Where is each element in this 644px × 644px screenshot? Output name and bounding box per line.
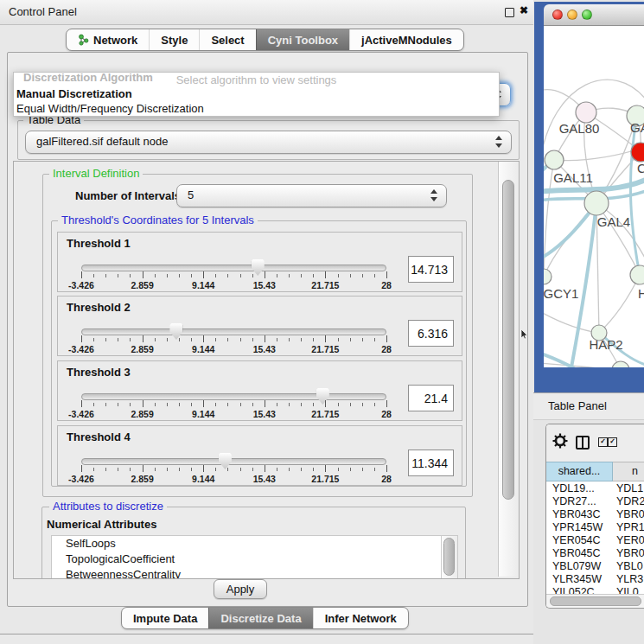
minimize-traffic-light[interactable] bbox=[567, 10, 577, 20]
table-data-group: Table Data galFiltered.sif default node bbox=[17, 120, 520, 160]
tick-mark bbox=[227, 468, 228, 471]
cell-name: YDR2 bbox=[616, 495, 644, 508]
table-row[interactable]: YBL079WYBL0 bbox=[546, 560, 644, 573]
tick-mark bbox=[130, 274, 131, 277]
popup-item-equal-width-frequency[interactable]: Equal Width/Frequency Discretization bbox=[14, 102, 499, 117]
tick-label: 9.144 bbox=[192, 474, 214, 484]
attribute-item[interactable]: TopologicalCoefficient bbox=[52, 552, 457, 567]
network-node-node-mid-right[interactable] bbox=[630, 265, 644, 284]
slider-track[interactable] bbox=[81, 328, 386, 335]
slider-track[interactable] bbox=[81, 458, 386, 465]
tick-mark bbox=[167, 274, 168, 277]
horizontal-scrollbar-track[interactable] bbox=[546, 594, 644, 607]
table-row[interactable]: YPR145WYPR1 bbox=[546, 521, 644, 534]
list-scrollbar-thumb[interactable] bbox=[443, 538, 455, 576]
select-none-checkbox-icon[interactable]: ✓ bbox=[608, 437, 617, 447]
threshold-value-field[interactable]: 6.316 bbox=[408, 320, 454, 347]
attribute-item[interactable]: BetweennessCentrality bbox=[52, 567, 457, 579]
tab-style[interactable]: Style bbox=[149, 29, 199, 50]
table-row[interactable]: YDL19...YDL1 bbox=[546, 482, 644, 495]
tab-cyni-toolbox[interactable]: Cyni Toolbox bbox=[256, 29, 349, 50]
close-traffic-light[interactable] bbox=[552, 10, 563, 20]
tick-mark bbox=[191, 338, 192, 341]
table-row[interactable]: YER054CYER0 bbox=[546, 534, 644, 547]
table-rows: YDL19...YDL1YDR27...YDR2YBR043CYBR0YPR14… bbox=[546, 482, 644, 594]
table-panel-title: Table Panel bbox=[548, 399, 607, 412]
network-node-node-bottom[interactable] bbox=[612, 361, 629, 367]
cell-shared-name: YPR145W bbox=[552, 521, 603, 534]
table-data-combobox[interactable]: galFiltered.sif default node bbox=[25, 131, 512, 154]
network-canvas[interactable]: GAL80GALCGAL11GAL4GCY1HHAP2 bbox=[544, 26, 644, 367]
tick-mark bbox=[374, 468, 375, 471]
slider-track[interactable] bbox=[81, 393, 386, 400]
tick-label: 21.715 bbox=[311, 409, 339, 419]
cell-shared-name: YBR045C bbox=[552, 547, 601, 560]
table-row[interactable]: YLR345WYLR3 bbox=[546, 573, 644, 586]
threshold-label: Threshold 3 bbox=[67, 366, 131, 379]
threshold-value-field[interactable]: 21.4 bbox=[408, 385, 454, 411]
column-header-name[interactable]: n bbox=[613, 462, 644, 481]
table-panel-header: Table Panel bbox=[533, 392, 644, 420]
close-icon[interactable]: ✖ bbox=[520, 4, 528, 16]
popup-item-manual-discretization[interactable]: Manual Discretization bbox=[14, 87, 499, 102]
network-edge[interactable] bbox=[544, 353, 597, 367]
network-node-GAL4[interactable] bbox=[584, 191, 609, 215]
column-header-shared-name[interactable]: shared... bbox=[546, 462, 613, 481]
window-title: Control Panel bbox=[9, 5, 77, 18]
tick-mark bbox=[301, 338, 302, 341]
numerical-attributes-list[interactable]: SelfLoopsTopologicalCoefficientBetweenne… bbox=[51, 535, 458, 579]
table-row[interactable]: YDR27...YDR2 bbox=[546, 495, 644, 508]
number-of-intervals-combobox[interactable]: 5 bbox=[176, 184, 447, 207]
network-node-GAL11[interactable] bbox=[545, 150, 564, 169]
table-row[interactable]: YBR045CYBR0 bbox=[546, 547, 644, 560]
tick-mark bbox=[289, 338, 290, 341]
table-row[interactable]: YIL052CYIL0 bbox=[546, 586, 644, 594]
tab-select[interactable]: Select bbox=[199, 29, 255, 50]
tick-label: 15.43 bbox=[253, 344, 276, 354]
threshold-label: Threshold 2 bbox=[67, 301, 131, 314]
cell-name: YDL1 bbox=[616, 482, 643, 495]
network-node-GAL80[interactable] bbox=[576, 102, 596, 123]
horizontal-scrollbar-thumb[interactable] bbox=[550, 596, 641, 606]
vertical-scrollbar-thumb[interactable] bbox=[502, 180, 514, 500]
network-edge[interactable] bbox=[544, 311, 599, 333]
combo-arrows-icon bbox=[495, 134, 504, 150]
threshold-value-field[interactable]: 14.713 bbox=[408, 256, 454, 283]
table-row[interactable]: YBR043CYBR0 bbox=[546, 508, 644, 521]
tick-mark bbox=[143, 335, 143, 342]
control-panel-titlebar: Control Panel ✖ bbox=[0, 0, 533, 25]
tick-mark bbox=[179, 403, 180, 406]
tick-mark bbox=[155, 403, 156, 406]
tick-mark bbox=[155, 274, 156, 277]
number-of-intervals-label: Number of Intervals bbox=[75, 189, 181, 202]
tab-impute-data[interactable]: Impute Data bbox=[122, 608, 208, 628]
tick-mark bbox=[191, 403, 192, 406]
tick-mark bbox=[325, 465, 326, 472]
tick-mark bbox=[93, 403, 94, 406]
select-all-checkbox-icon[interactable]: ✓ bbox=[598, 437, 608, 447]
maximize-traffic-light[interactable] bbox=[582, 10, 592, 20]
cell-name: YER0 bbox=[616, 534, 644, 547]
attribute-item[interactable]: SelfLoops bbox=[52, 536, 457, 552]
tab-jactivemnodules-label: jActiveMNodules bbox=[361, 34, 452, 47]
tab-discretize-data[interactable]: Discretize Data bbox=[208, 608, 312, 628]
cell-shared-name: YDR27... bbox=[552, 495, 596, 508]
network-edge[interactable] bbox=[544, 363, 621, 367]
network-node-GCY1[interactable] bbox=[544, 269, 552, 284]
apply-button[interactable]: Apply bbox=[214, 579, 267, 599]
threshold-box: Threshold 4 -3.4262.8599.14415.4321.7152… bbox=[57, 425, 462, 486]
tick-label: 15.43 bbox=[253, 280, 276, 290]
float-window-icon[interactable] bbox=[505, 8, 514, 17]
tab-infer-network[interactable]: Infer Network bbox=[313, 608, 408, 628]
slider-track[interactable] bbox=[81, 265, 386, 271]
network-edge[interactable] bbox=[599, 275, 640, 333]
gear-icon[interactable] bbox=[552, 433, 568, 449]
tab-network[interactable]: Network bbox=[67, 29, 149, 50]
show-columns-icon[interactable] bbox=[576, 436, 590, 450]
tick-mark bbox=[350, 468, 351, 471]
tab-jactivemnodules[interactable]: jActiveMNodules bbox=[349, 29, 463, 50]
tick-mark bbox=[167, 468, 168, 471]
thresholds-group: Threshold's Coordinates for 5 Intervals … bbox=[51, 220, 467, 487]
tick-mark bbox=[289, 468, 290, 471]
threshold-value-field[interactable]: 11.344 bbox=[408, 450, 454, 476]
